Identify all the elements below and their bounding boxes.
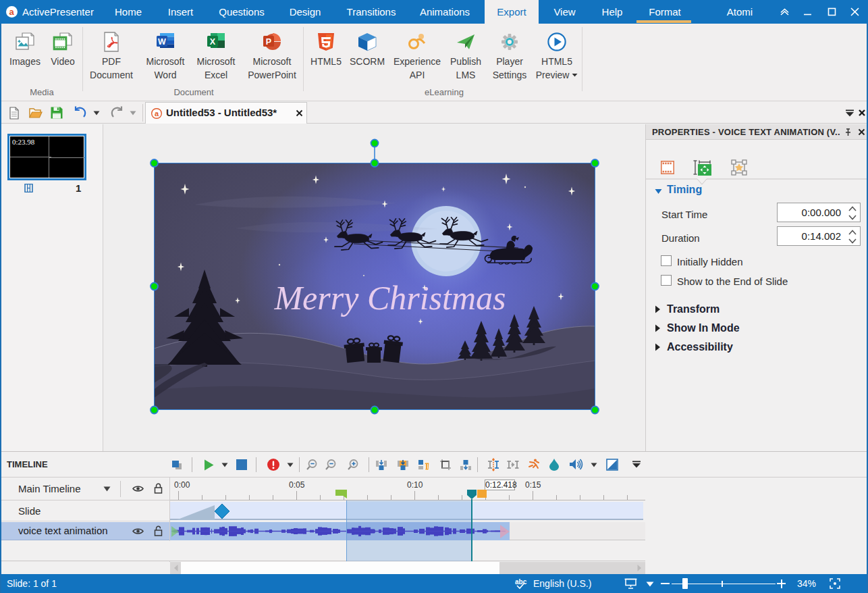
svg-text:X: X [210, 37, 216, 47]
svg-text:P: P [266, 37, 271, 47]
svg-text:a: a [155, 109, 159, 118]
svg-text:0:15: 0:15 [525, 480, 541, 490]
svg-text:0:10: 0:10 [407, 480, 423, 490]
svg-text:W: W [158, 37, 166, 47]
svg-text:0:05: 0:05 [289, 480, 305, 490]
svg-text:abc: abc [515, 578, 527, 586]
svg-text:0:00: 0:00 [174, 480, 190, 490]
